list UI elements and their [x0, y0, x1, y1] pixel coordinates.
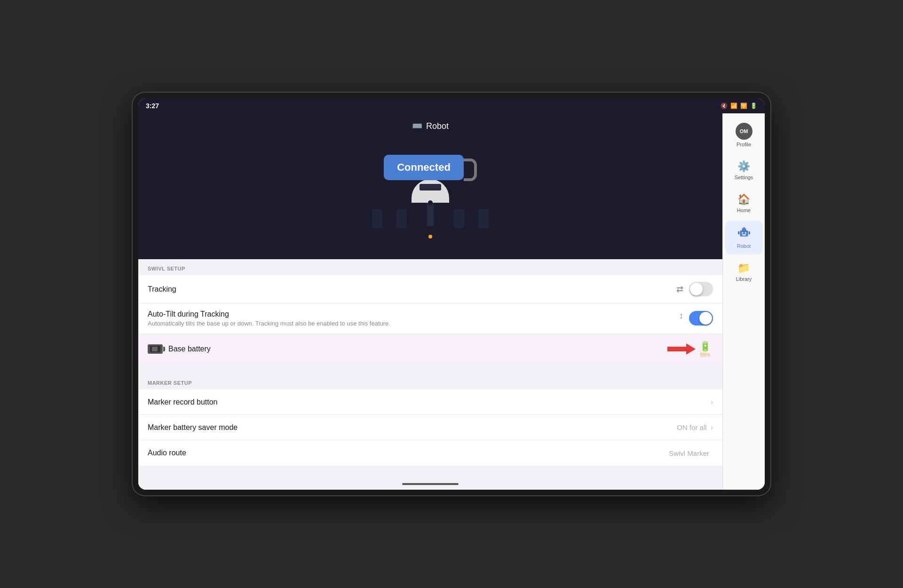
auto-tilt-sublabel: Automatically tilts the base up or down.…	[148, 320, 679, 327]
sidebar: OM Profile ⚙️ Settings 🏠 Home	[722, 113, 765, 490]
speaker-4	[478, 209, 489, 228]
red-arrow-icon	[667, 342, 696, 356]
marker-record-item[interactable]: Marker record button ›	[138, 389, 722, 415]
robot-scene: Connected	[360, 139, 501, 242]
robot-nav-icon	[738, 226, 750, 241]
sidebar-item-home[interactable]: 🏠 Home	[725, 188, 763, 219]
speaker-1	[372, 209, 382, 228]
battery-emoji-icon: 🔋	[699, 341, 711, 352]
auto-tilt-item: Auto-Tilt during Tracking Automatically …	[138, 303, 722, 334]
home-icon: 🏠	[737, 193, 750, 206]
robot-hero: ⌨️ Robot	[138, 113, 722, 259]
base-battery-item: Base battery 🔋 59%	[138, 334, 722, 364]
robot-sensor	[428, 200, 433, 205]
svg-point-4	[742, 232, 743, 233]
robot-title-icon: ⌨️	[412, 121, 422, 131]
sidebar-profile-label: Profile	[737, 142, 751, 147]
svg-rect-7	[738, 231, 739, 235]
signal-icon: 📶	[730, 103, 737, 109]
battery-percent-text: 59%	[700, 352, 710, 358]
sidebar-item-robot[interactable]: Robot	[725, 221, 763, 254]
swivl-setup-header: SWIVL SETUP	[138, 259, 722, 275]
tracking-item: Tracking ⇄	[138, 275, 722, 303]
robot-illustration: Connected	[384, 155, 477, 226]
settings-icon: ⚙️	[737, 160, 750, 173]
svg-rect-1	[740, 230, 748, 237]
marker-record-label: Marker record button	[148, 398, 711, 406]
audio-route-label: Audio route	[148, 449, 669, 457]
marker-battery-saver-value: ON for all	[677, 423, 706, 431]
svg-rect-3	[743, 227, 745, 228]
content-area: ⌨️ Robot	[138, 113, 722, 490]
battery-status-icon: 🔋	[750, 103, 757, 109]
sidebar-home-label: Home	[737, 207, 751, 213]
sidebar-settings-label: Settings	[735, 175, 753, 180]
auto-tilt-label: Auto-Tilt during Tracking	[148, 310, 679, 318]
robot-dome	[412, 179, 449, 203]
status-icons: 🔇 📶 🛜 🔋	[721, 103, 757, 109]
wifi-icon: 🛜	[740, 103, 747, 109]
svg-marker-0	[667, 343, 696, 355]
main-area: ⌨️ Robot	[138, 113, 765, 490]
svg-rect-8	[748, 231, 750, 235]
robot-face-panel	[420, 184, 441, 191]
tracking-toggle[interactable]	[689, 282, 713, 296]
marker-battery-saver-chevron: ›	[711, 423, 713, 432]
marker-record-chevron: ›	[711, 398, 713, 406]
sidebar-item-profile[interactable]: OM Profile	[725, 117, 763, 153]
mute-icon: 🔇	[721, 103, 728, 109]
dot-indicator	[428, 235, 432, 238]
svg-rect-6	[742, 234, 746, 235]
base-battery-icon	[148, 344, 163, 354]
home-indicator	[138, 478, 722, 490]
audio-route-value: Swivl Marker	[669, 449, 709, 457]
status-time: 3:27	[146, 102, 159, 110]
battery-percentage-display: 🔋 59%	[699, 341, 711, 358]
tracking-toggle-knob	[690, 283, 703, 295]
home-bar	[402, 483, 459, 485]
sidebar-item-settings[interactable]: ⚙️ Settings	[725, 155, 763, 186]
sidebar-library-label: Library	[736, 276, 752, 282]
robot-stem	[427, 203, 434, 226]
tracking-arrows-icon: ⇄	[676, 284, 683, 294]
robot-title-bar: ⌨️ Robot	[412, 121, 449, 131]
sidebar-robot-label: Robot	[737, 243, 751, 249]
settings-panel[interactable]: SWIVL SETUP Tracking ⇄	[138, 259, 722, 478]
connected-badge: Connected	[384, 155, 464, 180]
svg-point-5	[745, 232, 746, 233]
auto-tilt-toggle[interactable]	[689, 311, 713, 326]
status-bar: 3:27 🔇 📶 🛜 🔋	[138, 98, 765, 113]
robot-handle	[464, 159, 477, 181]
marker-setup-group: Marker record button › Marker battery sa…	[138, 389, 722, 466]
swivl-setup-group: Tracking ⇄ Auto-Tilt during Tracking Aut…	[138, 275, 722, 364]
svg-rect-2	[742, 228, 746, 230]
marker-setup-header: MARKER SETUP	[138, 373, 722, 389]
audio-route-item[interactable]: Audio route Swivl Marker	[138, 440, 722, 466]
auto-tilt-arrows-icon: ↕	[679, 311, 683, 321]
sidebar-item-library[interactable]: 📁 Library	[725, 256, 763, 287]
library-icon: 📁	[737, 262, 750, 274]
marker-battery-saver-item[interactable]: Marker battery saver mode ON for all ›	[138, 415, 722, 440]
base-battery-label: Base battery	[168, 345, 667, 353]
auto-tilt-toggle-knob	[699, 312, 712, 325]
marker-battery-saver-label: Marker battery saver mode	[148, 423, 677, 432]
tracking-label: Tracking	[148, 285, 676, 294]
robot-title-text: Robot	[426, 121, 449, 131]
auto-tilt-content: Auto-Tilt during Tracking Automatically …	[148, 310, 679, 327]
profile-avatar: OM	[736, 123, 752, 140]
